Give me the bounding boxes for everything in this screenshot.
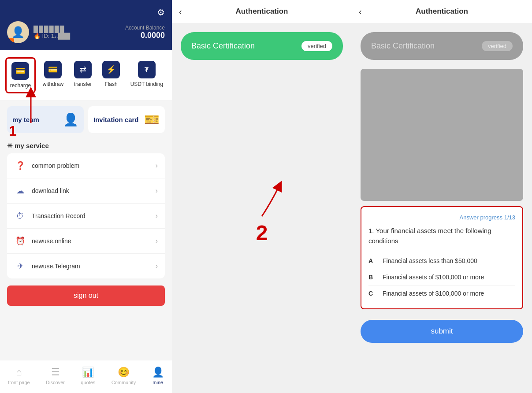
- usdt-icon: ₮: [138, 61, 156, 78]
- recharge-label: recharge: [10, 82, 31, 89]
- recharge-button[interactable]: 💳 recharge: [5, 57, 36, 93]
- transaction-record-label: Transaction Record: [32, 212, 156, 219]
- nav-community[interactable]: 😊 Community: [106, 365, 141, 387]
- my-service-title: ✳ my service: [7, 142, 165, 150]
- cert-label: Basic Certification: [191, 41, 255, 51]
- mine-label: mine: [153, 380, 163, 385]
- option-a-text: Financial assets less than $50,000: [383, 257, 477, 264]
- gray-content-area: [361, 69, 523, 201]
- quiz-question: 1. Your financial assets meet the follow…: [368, 226, 515, 246]
- option-b-text: Financial assets of $100,000 or more: [383, 274, 484, 281]
- cards-row: my team 👤 Invitation card 🎫: [0, 101, 172, 138]
- balance-label: Account Balance: [125, 25, 165, 31]
- quotes-label: quotes: [81, 380, 95, 385]
- front-page-icon: ⌂: [16, 367, 22, 378]
- flash-label: Flash: [104, 81, 117, 87]
- newuse-online-label: newuse.online: [32, 237, 156, 245]
- withdraw-label: withdraw: [43, 81, 63, 87]
- nav-mine[interactable]: 👤 mine: [147, 365, 169, 387]
- invitation-icon: 🎫: [144, 112, 160, 127]
- service-item-download-link[interactable]: ☁ download link ›: [7, 178, 165, 204]
- quotes-icon: 📊: [82, 367, 94, 378]
- front-page-label: front page: [8, 380, 30, 385]
- submit-button[interactable]: submit: [361, 320, 523, 343]
- right-header: ‹ Authentication: [352, 0, 532, 23]
- settings-icon[interactable]: ⚙: [157, 7, 165, 18]
- middle-header: ‹ Authentication: [172, 0, 352, 23]
- transfer-label: transfer: [74, 81, 92, 87]
- annotation-2: 2: [256, 221, 268, 245]
- community-icon: 😊: [118, 367, 130, 378]
- option-a-letter: A: [368, 257, 377, 264]
- discover-icon: ☰: [51, 367, 60, 378]
- action-buttons: 💳 recharge 💳 withdraw ⇄ transfer ⚡ Flash…: [0, 50, 172, 101]
- flash-button[interactable]: ⚡ Flash: [99, 57, 123, 93]
- chevron-icon-5: ›: [156, 262, 158, 270]
- common-problem-label: common problem: [32, 162, 156, 169]
- my-team-label: my team: [12, 116, 39, 123]
- left-panel: ⚙ 👤 🔥 ██████ 🔥 ID: 1₂.███ Account Balanc…: [0, 0, 172, 393]
- nav-discover[interactable]: ☰ Discover: [41, 365, 70, 387]
- quiz-section: Answer progress 1/13 3 1. Your financial…: [361, 206, 523, 309]
- avatar-badge: 🔥: [7, 38, 14, 43]
- common-problem-icon: ❓: [14, 159, 26, 172]
- quiz-option-b[interactable]: B Financial assets of $100,000 or more: [368, 269, 515, 285]
- right-title: Authentication: [416, 7, 468, 16]
- download-link-icon: ☁: [14, 185, 26, 197]
- bottom-nav: ⌂ front page ☰ Discover 📊 quotes 😊 Commu…: [0, 360, 172, 393]
- my-service-section: ✳ my service ❓ common problem › ☁ downlo…: [0, 138, 172, 278]
- chevron-icon: ›: [156, 162, 158, 170]
- cert-label-gray: Basic Certification: [371, 41, 435, 51]
- chevron-icon-2: ›: [156, 187, 158, 195]
- invitation-label: Invitation card: [93, 116, 139, 123]
- option-b-letter: B: [368, 274, 377, 281]
- right-back-button[interactable]: ‹: [359, 7, 362, 17]
- chevron-icon-3: ›: [156, 212, 158, 220]
- option-c-text: Financial assets of $100,000 or more: [383, 290, 484, 297]
- user-name: ██████: [33, 26, 70, 33]
- chevron-icon-4: ›: [156, 237, 158, 245]
- transaction-record-icon: ⏱: [14, 210, 26, 222]
- nav-quotes[interactable]: 📊 quotes: [75, 365, 100, 387]
- service-list: ❓ common problem › ☁ download link › ⏱ T…: [7, 153, 165, 278]
- withdraw-button[interactable]: 💳 withdraw: [39, 57, 67, 93]
- withdraw-icon: 💳: [44, 61, 62, 78]
- service-item-common-problem[interactable]: ❓ common problem ›: [7, 153, 165, 178]
- avatar: 👤 🔥: [7, 21, 29, 43]
- discover-label: Discover: [46, 380, 65, 385]
- user-id: 🔥 ID: 1₂.███: [33, 33, 70, 39]
- invitation-card[interactable]: Invitation card 🎫: [88, 106, 165, 133]
- cert-button-green[interactable]: Basic Certification verified: [181, 32, 343, 60]
- right-panel: ‹ Authentication Basic Certification ver…: [352, 0, 532, 393]
- service-item-transaction-record[interactable]: ⏱ Transaction Record ›: [7, 204, 165, 229]
- usdt-button[interactable]: ₮ USDT binding: [127, 57, 167, 93]
- verified-badge-gray: verified: [482, 41, 513, 51]
- quiz-option-c[interactable]: C Financial assets of $100,000 or more: [368, 285, 515, 301]
- nav-front-page[interactable]: ⌂ front page: [3, 365, 35, 387]
- header-section: ⚙ 👤 🔥 ██████ 🔥 ID: 1₂.███ Account Balanc…: [0, 0, 172, 50]
- transfer-button[interactable]: ⇄ transfer: [71, 57, 96, 93]
- newuse-telegram-label: newuse.Telegram: [32, 263, 156, 270]
- balance-value: 0.0000: [125, 31, 165, 40]
- community-label: Community: [112, 380, 136, 385]
- transfer-icon: ⇄: [74, 61, 92, 78]
- team-icon: 👤: [63, 112, 78, 127]
- quiz-progress: Answer progress 1/13: [460, 214, 515, 221]
- service-item-newuse-telegram[interactable]: ✈ newuse.Telegram ›: [7, 254, 165, 278]
- middle-back-button[interactable]: ‹: [179, 7, 182, 17]
- option-c-letter: C: [368, 290, 377, 297]
- usdt-label: USDT binding: [130, 81, 163, 87]
- download-link-label: download link: [32, 187, 156, 194]
- middle-title: Authentication: [236, 7, 288, 16]
- newuse-telegram-icon: ✈: [14, 260, 26, 272]
- service-item-newuse-online[interactable]: ⏰ newuse.online ›: [7, 229, 165, 254]
- quiz-option-a[interactable]: A Financial assets less than $50,000: [368, 253, 515, 269]
- cert-button-gray[interactable]: Basic Certification verified: [361, 32, 523, 60]
- mine-icon: 👤: [152, 367, 164, 378]
- recharge-icon: 💳: [11, 62, 29, 80]
- verified-badge: verified: [301, 41, 332, 51]
- my-team-card[interactable]: my team 👤: [7, 106, 84, 133]
- newuse-online-icon: ⏰: [14, 235, 26, 247]
- flash-icon: ⚡: [102, 61, 120, 78]
- signout-button[interactable]: sign out: [7, 285, 165, 306]
